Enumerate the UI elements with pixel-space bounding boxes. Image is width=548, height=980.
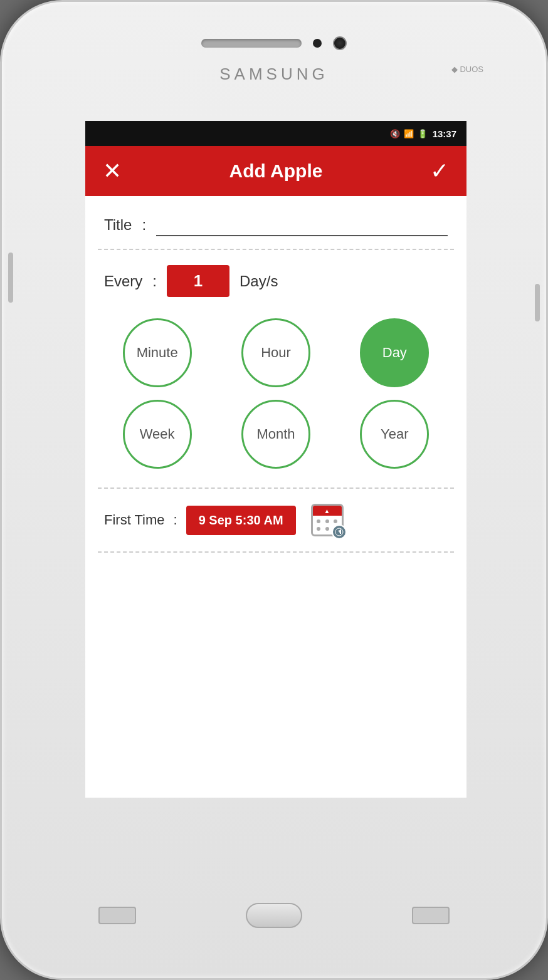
title-colon: : bbox=[142, 216, 146, 234]
home-button[interactable] bbox=[246, 903, 302, 928]
mute-icon: 🔇 bbox=[390, 129, 400, 138]
every-value[interactable]: 1 bbox=[167, 265, 229, 297]
every-label: Every bbox=[104, 273, 142, 290]
front-camera bbox=[333, 36, 347, 50]
calendar-icon-top: ▲ bbox=[313, 506, 342, 516]
period-week[interactable]: Week bbox=[123, 400, 192, 469]
status-icons: 🔇 📶 🔋 bbox=[390, 129, 428, 138]
title-input[interactable] bbox=[156, 214, 448, 236]
menu-button[interactable] bbox=[412, 907, 450, 924]
first-time-row: First Time : 9 Sep 5:30 AM ▲ bbox=[85, 489, 466, 551]
period-minute[interactable]: Minute bbox=[123, 318, 192, 387]
app-header: ✕ Add Apple ✓ bbox=[85, 146, 466, 196]
period-grid: Minute Hour Day Week Month Year bbox=[85, 308, 466, 487]
back-button[interactable] bbox=[98, 907, 136, 924]
phone-bottom-nav bbox=[98, 903, 450, 928]
power-button[interactable] bbox=[535, 284, 540, 321]
phone-top-bar bbox=[201, 36, 347, 50]
samsung-brand: SAMSUNG bbox=[219, 65, 328, 84]
signal-icon: 📶 bbox=[404, 129, 414, 138]
sensor bbox=[313, 39, 322, 48]
first-time-colon: : bbox=[174, 512, 177, 528]
period-year[interactable]: Year bbox=[360, 400, 429, 469]
clock-badge-icon bbox=[332, 524, 347, 540]
form-content: Title : Every : 1 Day/s Minute Hour Day … bbox=[85, 196, 466, 553]
first-time-value[interactable]: 9 Sep 5:30 AM bbox=[186, 506, 296, 535]
phone-screen: 🔇 📶 🔋 13:37 ✕ Add Apple ✓ Title : Every bbox=[85, 121, 466, 798]
close-button[interactable]: ✕ bbox=[103, 158, 122, 184]
title-row: Title : bbox=[85, 196, 466, 249]
period-hour[interactable]: Hour bbox=[241, 318, 310, 387]
volume-button[interactable] bbox=[8, 253, 13, 303]
every-unit: Day/s bbox=[240, 273, 278, 290]
every-row: Every : 1 Day/s bbox=[85, 250, 466, 308]
first-time-label: First Time bbox=[104, 512, 165, 528]
divider-3 bbox=[98, 551, 454, 553]
calendar-picker-icon[interactable]: ▲ bbox=[311, 504, 344, 536]
phone-device: SAMSUNG ◆ DUOS 🔇 📶 🔋 13:37 ✕ Add Apple ✓… bbox=[0, 0, 548, 980]
status-time: 13:37 bbox=[433, 128, 456, 139]
title-label: Title bbox=[104, 216, 132, 234]
speaker-grille bbox=[201, 39, 302, 48]
status-bar: 🔇 📶 🔋 13:37 bbox=[85, 121, 466, 146]
calendar-icon: ▲ bbox=[311, 504, 344, 536]
confirm-button[interactable]: ✓ bbox=[430, 158, 449, 184]
duos-badge: ◆ DUOS bbox=[451, 65, 483, 74]
every-colon: : bbox=[152, 273, 157, 290]
period-month[interactable]: Month bbox=[241, 400, 310, 469]
period-day[interactable]: Day bbox=[360, 318, 429, 387]
battery-icon: 🔋 bbox=[418, 129, 428, 138]
page-title: Add Apple bbox=[229, 160, 323, 182]
